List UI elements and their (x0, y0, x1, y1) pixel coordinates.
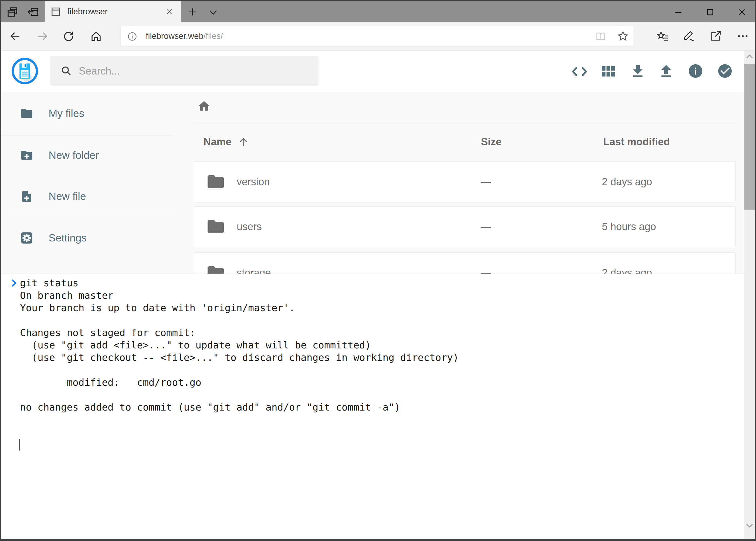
scrollbar-thumb[interactable] (744, 64, 755, 210)
search-icon (60, 65, 72, 77)
site-info-icon[interactable] (127, 31, 137, 42)
filebrowser-logo (11, 57, 39, 85)
titlebar: filebrowser (1, 1, 755, 22)
home-icon[interactable] (90, 30, 103, 43)
url-host: filebrowser.web (146, 31, 203, 41)
window-border-bottom (0, 539, 756, 541)
close-window-button[interactable] (737, 8, 747, 17)
file-name: version (237, 162, 270, 202)
terminal-cursor (19, 439, 20, 450)
window-border-top (0, 0, 756, 1)
url-path: /files/ (203, 31, 223, 41)
back-icon[interactable] (9, 30, 22, 43)
folder-icon (205, 172, 226, 192)
browser-tab[interactable]: filebrowser (45, 1, 181, 22)
terminal-output: On branch master Your branch is up to da… (20, 289, 459, 413)
file-row-users[interactable]: users — 5 hours ago (194, 206, 735, 247)
breadcrumb-home-icon[interactable] (197, 99, 211, 113)
file-size: — (481, 162, 491, 202)
navbar: filebrowser.web/files/ (1, 22, 755, 51)
forward-icon[interactable] (36, 30, 49, 43)
reading-view-icon[interactable] (595, 31, 607, 42)
tab-title: filebrowser (67, 7, 108, 16)
scroll-up-icon[interactable] (745, 53, 754, 60)
new-tab-icon[interactable] (187, 6, 198, 17)
file-name: users (237, 207, 262, 247)
file-modified: 5 hours ago (602, 207, 656, 247)
minimize-button[interactable] (674, 8, 683, 17)
hub-favorites-icon[interactable] (656, 30, 669, 43)
set-tabs-aside-icon[interactable] (26, 5, 39, 18)
file-size: — (481, 207, 491, 247)
upload-icon[interactable] (658, 63, 674, 79)
page-icon (51, 6, 61, 17)
terminal-panel[interactable]: git status On branch master Your branch … (1, 273, 744, 539)
terminal-command: git status (20, 277, 79, 289)
more-options-icon[interactable] (736, 30, 749, 43)
refresh-icon[interactable] (62, 30, 75, 43)
folder-icon (205, 217, 226, 236)
share-icon[interactable] (709, 30, 722, 43)
scroll-down-icon[interactable] (745, 522, 754, 529)
column-header-size[interactable]: Size (481, 136, 501, 148)
file-listing: Name Size Last modified version — 2 days… (0, 93, 744, 273)
download-icon[interactable] (630, 63, 646, 79)
tab-close-icon[interactable] (165, 8, 173, 16)
column-header-modified[interactable]: Last modified (603, 136, 670, 148)
web-note-pen-icon[interactable] (682, 30, 695, 43)
info-icon[interactable] (687, 63, 704, 79)
add-favorite-star-icon[interactable] (617, 30, 630, 43)
raw-code-view-icon[interactable] (571, 63, 589, 80)
grid-view-icon[interactable] (601, 64, 616, 79)
prompt-chevron-icon (8, 277, 19, 289)
breadcrumb-divider (194, 123, 735, 124)
address-bar[interactable]: filebrowser.web/files/ (121, 26, 633, 46)
address-separator (141, 29, 141, 43)
app-header (1, 51, 744, 93)
tab-preview-icon[interactable] (6, 5, 19, 18)
column-header-name[interactable]: Name (203, 136, 232, 148)
search-input[interactable] (78, 56, 309, 86)
window-border-right (755, 0, 756, 541)
sort-ascending-icon[interactable] (237, 136, 250, 149)
search-bar[interactable] (50, 56, 319, 86)
maximize-button[interactable] (705, 8, 715, 17)
window-border-left (0, 0, 1, 541)
file-modified: 2 days ago (602, 162, 652, 202)
select-multiple-icon[interactable] (717, 63, 733, 79)
file-row-version[interactable]: version — 2 days ago (194, 162, 735, 202)
page-scrollbar[interactable] (744, 51, 755, 539)
url-text: filebrowser.web/files/ (146, 26, 223, 46)
tab-list-chevron-icon[interactable] (208, 9, 218, 17)
browser-window: filebrowser (0, 0, 756, 541)
